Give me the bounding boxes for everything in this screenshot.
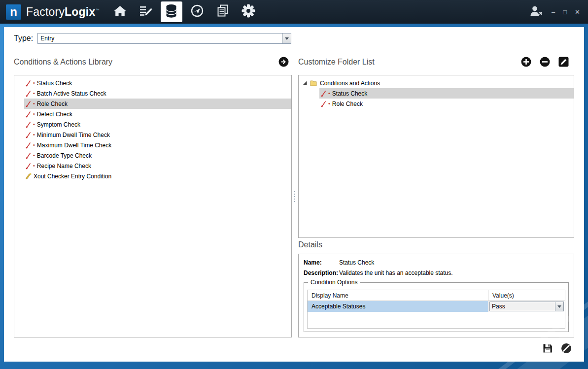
condition-options-table: Display Name Value(s) Acceptable Statuse… [307, 290, 565, 329]
xout-stamp-icon [25, 173, 32, 180]
app-title: FactoryLogix™ [26, 5, 100, 19]
library-database-icon [166, 4, 177, 20]
tree-item-label: Role Check [332, 101, 363, 107]
app-logo: n [6, 4, 21, 20]
home-button[interactable] [109, 1, 131, 22]
navigator-button[interactable] [186, 1, 208, 22]
tree-item-label: Status Check [332, 90, 367, 97]
details-panel: Name: Status Check Description: Validate… [298, 254, 574, 337]
table-row: Acceptable Statuses Pass [308, 301, 565, 312]
bullet [328, 91, 330, 96]
details-title: Details [298, 240, 322, 249]
save-button[interactable] [542, 343, 553, 354]
main-toolbar [109, 1, 259, 22]
folder-icon [310, 80, 317, 86]
detail-description-row: Description: Validates the unit has an a… [304, 269, 569, 276]
value-dropdown-value: Pass [490, 302, 555, 311]
list-item-label: Role Check [37, 101, 68, 107]
bullet [33, 101, 35, 106]
list-item[interactable]: Symptom Check [24, 119, 291, 130]
bullet [33, 111, 35, 117]
list-item-label: Barcode Type Check [37, 152, 92, 159]
conditions-library-list: Status Check Batch Active Status Check R… [14, 75, 292, 337]
name-value: Status Check [339, 259, 374, 266]
condition-options-title: Condition Options [308, 279, 360, 286]
type-label: Type: [14, 34, 33, 43]
list-item-label: Defect Check [37, 111, 72, 118]
folder-tree: Conditions and Actions Status Check Role… [298, 75, 574, 238]
brand-regular: Factory [26, 5, 65, 18]
library-panel-title: Conditions & Actions Library [14, 58, 112, 67]
settings-button[interactable] [238, 1, 259, 22]
condition-options-group: Condition Options Display Name Value(s) … [304, 282, 569, 332]
list-item[interactable]: Minimum Dwell Time Check [24, 130, 291, 140]
remove-button[interactable] [540, 57, 550, 67]
documents-icon [217, 4, 229, 19]
tree-item[interactable]: Role Check [319, 99, 574, 109]
minimize-button[interactable]: – [552, 9, 555, 15]
bullet [33, 163, 35, 168]
bullet [33, 153, 35, 158]
tree-root-label: Conditions and Actions [320, 80, 380, 87]
condition-icon [320, 101, 327, 107]
bullet [33, 80, 35, 86]
close-button[interactable]: ✕ [575, 9, 580, 15]
value-dropdown[interactable]: Pass [489, 302, 564, 311]
add-button[interactable] [521, 57, 531, 67]
folder-list-toolbar [521, 57, 569, 67]
condition-icon [25, 152, 32, 159]
titlebar-right: – □ ✕ [529, 5, 582, 18]
condition-icon [25, 163, 32, 169]
list-item[interactable]: Recipe Name Check [24, 161, 291, 171]
expander-icon[interactable] [303, 81, 307, 85]
documents-button[interactable] [212, 1, 234, 22]
chevron-down-icon[interactable] [282, 34, 291, 43]
list-item-label: Symptom Check [37, 121, 80, 128]
tree-item-root[interactable]: Conditions and Actions [299, 78, 574, 88]
panel-splitter[interactable] [294, 191, 295, 202]
condition-icon [25, 90, 32, 97]
list-item-label: Xout Checker Entry Condition [34, 173, 111, 180]
detail-name-row: Name: Status Check [304, 259, 569, 266]
bullet [328, 101, 330, 106]
move-to-folder-button[interactable] [278, 57, 289, 67]
type-row: Type: Entry [14, 33, 291, 44]
maximize-button[interactable]: □ [563, 9, 567, 15]
sign-out-button[interactable] [529, 5, 543, 18]
list-item[interactable]: Batch Active Status Check [24, 88, 291, 99]
table-header: Display Name Value(s) [308, 290, 565, 301]
titlebar: n FactoryLogix™ [0, 0, 588, 24]
list-item-label: Batch Active Status Check [37, 90, 106, 97]
option-value-cell: Pass [488, 301, 565, 312]
condition-icon [25, 132, 32, 138]
description-label: Description: [304, 269, 339, 276]
tree-item-selected[interactable]: Status Check [319, 88, 574, 99]
trademark: ™ [95, 8, 99, 12]
list-item[interactable]: Defect Check [24, 109, 291, 119]
main-content: Type: Entry Conditions & Actions Library… [4, 27, 584, 362]
list-item[interactable]: Barcode Type Check [24, 150, 291, 161]
condition-icon [25, 101, 32, 107]
library-tab-button[interactable] [161, 1, 182, 22]
brand-bold: Logix [65, 5, 95, 18]
logo-letter: n [10, 5, 17, 19]
edit-button[interactable] [558, 57, 569, 67]
chevron-down-icon[interactable] [555, 302, 563, 311]
bullet [33, 122, 35, 127]
list-item[interactable]: Status Check [24, 78, 291, 88]
navigator-icon [191, 4, 204, 19]
window-controls: – □ ✕ [552, 9, 582, 15]
option-display-name-cell[interactable]: Acceptable Statuses [308, 301, 488, 312]
description-value: Validates the unit has an acceptable sta… [339, 269, 453, 276]
list-item-selected[interactable]: Role Check [24, 99, 291, 109]
column-header-values[interactable]: Value(s) [488, 290, 565, 301]
home-icon [113, 5, 127, 19]
process-editor-button[interactable] [135, 1, 157, 22]
cancel-button[interactable] [561, 343, 572, 354]
user-signout-icon [529, 5, 543, 18]
column-header-display-name[interactable]: Display Name [308, 290, 488, 301]
list-item-label: Minimum Dwell Time Check [37, 132, 110, 138]
list-item[interactable]: Xout Checker Entry Condition [24, 171, 291, 181]
type-dropdown[interactable]: Entry [37, 33, 291, 44]
list-item[interactable]: Maximum Dwell Time Check [24, 140, 291, 150]
